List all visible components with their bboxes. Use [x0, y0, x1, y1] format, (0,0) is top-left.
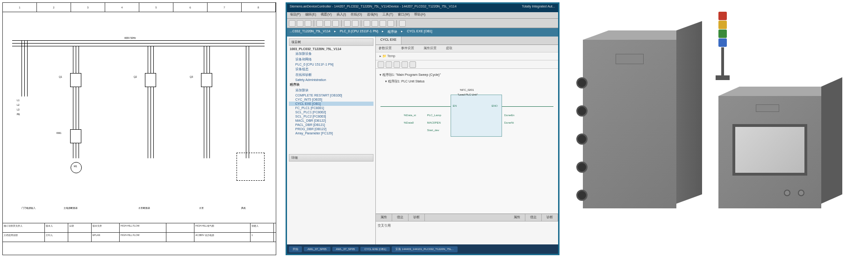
block-type: "Lead PLC Unit" [458, 93, 478, 96]
menu-item[interactable]: 工具(T) [382, 12, 393, 18]
subtab[interactable]: 提取 [446, 46, 452, 51]
tab-diag-r[interactable]: 诊断 [542, 214, 558, 221]
menu-item[interactable]: 编辑(E) [305, 12, 316, 18]
breadcrumb-item[interactable]: CYCL EXE [OB1] [407, 29, 432, 35]
cut-icon[interactable] [316, 20, 323, 27]
tree-item[interactable]: CYC_INT5 [OB35] [289, 97, 373, 102]
search-icon[interactable] [399, 20, 406, 27]
menu-item[interactable]: 在线(O) [351, 12, 362, 18]
titleblock-cell: HIGH-HILL FLOW [120, 233, 166, 242]
network-sub: 程序段1: PLC Unit Status [388, 80, 425, 83]
tab-info[interactable]: 信息 [392, 214, 409, 221]
tree-item-selected[interactable]: CYCL EXE [OB1] [289, 102, 373, 106]
output-pin: DoneEn [504, 114, 515, 117]
titleblock-cell: HIGH-HILL FLOW [120, 223, 166, 232]
go-online-icon[interactable] [380, 20, 386, 27]
tree-item[interactable]: MACL_DBR [DB122] [289, 118, 373, 123]
tree-item[interactable]: PROG_DBR [DB122] [289, 127, 373, 131]
electrical-schematic-drawing: 1 2 3 4 5 6 7 8 400V 50Hz L1 L2 L3 PE Q1… [2, 2, 276, 255]
tree-item[interactable]: Safety Administration [289, 78, 373, 82]
breadcrumb-item[interactable]: ...C032_T1220N_75L_V114 [290, 29, 330, 35]
tree-item[interactable]: COMPLETE RESTART [OB100] [289, 93, 373, 97]
paste-icon[interactable] [332, 20, 339, 27]
subtab[interactable]: 事件设置 [401, 46, 414, 51]
titleblock-cell: 1 [251, 233, 274, 242]
download-icon[interactable] [372, 20, 378, 27]
group-label: 风机 [241, 206, 246, 209]
contactor-label: KM1 [57, 132, 61, 134]
subtab[interactable]: 参数设置 [379, 46, 392, 51]
contact-no-icon[interactable] [378, 61, 384, 68]
tree-item[interactable]: 设备和网络 [289, 57, 373, 62]
code-editor-panel: CYCL EXE 参数设置 事件设置 属性设置 提取 ▸ 📁 Temp ▾ 程序… [376, 37, 558, 244]
load-dashed-box [237, 153, 265, 181]
compile-icon[interactable] [364, 20, 370, 27]
input-pin: PLC_Lamp [427, 114, 441, 117]
panel-side-face [821, 77, 842, 204]
tree-item[interactable]: FC_PLC1 [FC8001] [289, 106, 373, 110]
menu-item[interactable]: 窗口(W) [398, 12, 409, 18]
main-toolbar [287, 19, 558, 28]
hmi-touchscreen [732, 124, 807, 176]
copy-icon[interactable] [324, 20, 331, 27]
contact-nc-icon[interactable] [386, 61, 392, 68]
chevron-right-icon: ▸ [382, 29, 384, 35]
circular-connector-icon [576, 77, 588, 88]
tree-item[interactable]: 在线和诊断 [289, 72, 373, 78]
taskbar-item[interactable]: CYCL EXE [OB1] [360, 247, 389, 251]
editor-bottom-tabs: 属性 信息 诊断 属性 信息 诊断 [376, 214, 558, 221]
tab-properties-r[interactable]: 属性 [509, 214, 525, 221]
grid-col: 2 [37, 3, 71, 12]
new-project-icon[interactable] [289, 20, 295, 27]
titleblock-cell: 日期 [68, 223, 92, 232]
function-block[interactable] [451, 95, 502, 137]
taskbar-item[interactable]: AWL_07_SP05 [304, 247, 330, 251]
menu-item[interactable]: 项目(P) [290, 12, 301, 18]
tree-item[interactable]: SCL_PLC2 [FC8003] [289, 114, 373, 118]
tree-item[interactable]: PLC_0 [CPU 1511F-1 PN] [289, 62, 373, 66]
undo-icon[interactable] [344, 20, 351, 27]
menu-item[interactable]: 插入(I) [337, 12, 346, 18]
tab-properties[interactable]: 属性 [376, 214, 392, 221]
circular-connector-icon [576, 190, 588, 201]
temp-var-label[interactable]: Temp [387, 54, 395, 58]
coil-icon[interactable] [394, 61, 400, 68]
titleblock-cell: HIGH-HILL电气图 [194, 223, 251, 232]
menu-item[interactable]: 帮助(H) [414, 12, 425, 18]
tree-item[interactable]: 添加新设备 [289, 51, 373, 57]
menu-item[interactable]: 视图(V) [321, 12, 331, 18]
editor-tab[interactable]: CYCL EXE [376, 37, 402, 44]
output-panel: 交叉引用 [376, 221, 558, 244]
tab-diagnostics[interactable]: 诊断 [409, 214, 425, 221]
tree-item[interactable]: 添加新块 [289, 88, 373, 93]
box-icon[interactable] [402, 61, 408, 68]
large-electrical-cabinet [583, 30, 709, 218]
branch-icon[interactable] [409, 61, 416, 68]
tree-folder[interactable]: 程序块 [289, 82, 373, 88]
tab-info-r[interactable]: 信息 [525, 214, 542, 221]
tree-item[interactable]: PACL_DBR [DB121] [289, 123, 373, 127]
taskbar-item[interactable]: 安装 144403_144101_PLC032_T1220N_75L... [392, 246, 458, 252]
open-icon[interactable] [297, 20, 303, 27]
redo-icon[interactable] [352, 20, 359, 27]
contactor-km1 [70, 129, 81, 143]
block-id: %FC_0201 [460, 88, 474, 91]
start-button[interactable]: 开始 [289, 246, 302, 252]
tree-root[interactable]: 1003_PLC032_T1220N_75L_V114 [289, 47, 373, 51]
go-offline-icon[interactable] [387, 20, 394, 27]
nameplate [616, 54, 644, 64]
breaker-q1 [70, 73, 81, 87]
tree-item[interactable]: SCL_PLC1 [FC8002] [289, 110, 373, 114]
ladder-canvas[interactable]: ▾ 程序段1: "Main Program Sweep (Cycle)" ▾ 程… [376, 69, 558, 214]
tree-item[interactable]: Array_Parameter [FC129] [289, 131, 373, 135]
motor-label: M1 [74, 165, 77, 168]
breadcrumb-item[interactable]: PLC_0 (CPU 1511F-1 PN) [340, 29, 378, 35]
save-icon[interactable] [305, 20, 311, 27]
menu-bar[interactable]: 项目(P) 编辑(E) 视图(V) 插入(I) 在线(O) 选项(N) 工具(T… [287, 12, 558, 19]
tree-item[interactable]: 设备组态 [289, 66, 373, 72]
menu-item[interactable]: 选项(N) [367, 12, 378, 18]
subtab[interactable]: 属性设置 [423, 46, 437, 51]
stack-light-red [718, 12, 727, 20]
taskbar-item[interactable]: AWL_07_SP05 [332, 247, 359, 251]
breadcrumb-item[interactable]: 程序块 [387, 29, 397, 35]
